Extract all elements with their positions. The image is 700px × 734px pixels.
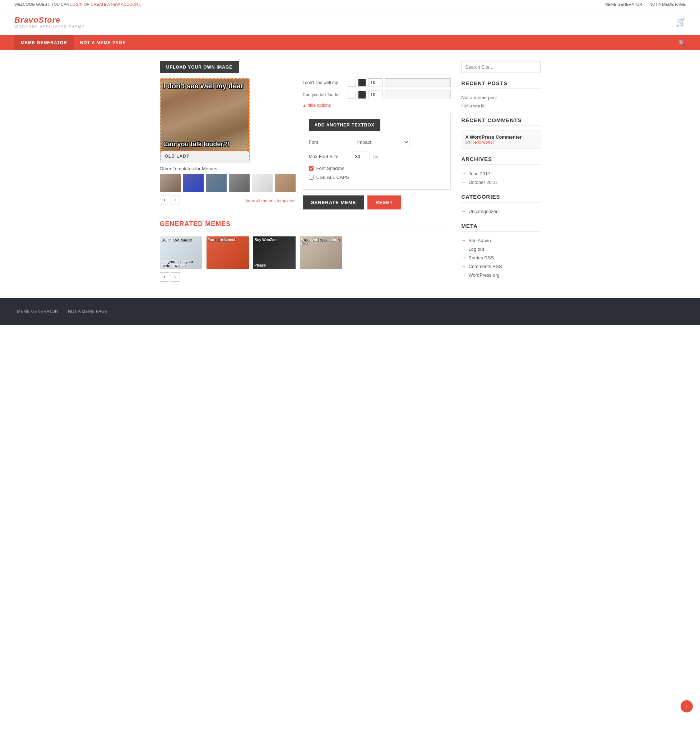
arrow-right-icon-8: → (462, 272, 466, 278)
generated-item-4[interactable]: When you open a long tick (300, 237, 342, 269)
template-prev-btn[interactable]: ‹ (160, 195, 169, 204)
recent-posts-title: RECENT POSTS (462, 80, 541, 89)
template-thumb-1[interactable] (160, 174, 181, 192)
add-textbox-btn[interactable]: ADD ANOTHER TEXTBOX (309, 119, 380, 131)
recent-post-2-link[interactable]: Hello world! (462, 103, 486, 109)
nav-item-meme-generator[interactable]: MEME GENERATOR (15, 35, 74, 50)
template-thumb-5[interactable] (252, 174, 273, 192)
meta-comments-rss-link[interactable]: Comments RSS (469, 264, 502, 269)
font-select[interactable]: Impact Arial Times New Roman (352, 137, 409, 147)
text-box-1[interactable] (385, 78, 451, 87)
color-swatch-white-2[interactable] (348, 91, 356, 99)
meta-wordpress-org: → WordPress.org (462, 271, 541, 279)
generated-next-btn[interactable]: › (171, 272, 180, 282)
template-thumb-4[interactable] (229, 174, 250, 192)
meta-log-out: → Log out (462, 245, 541, 253)
logo-bravo: Bravo (15, 15, 38, 24)
templates-thumbs (160, 174, 296, 192)
footer-meme-generator-link[interactable]: MEME GENERATOR (15, 309, 58, 314)
arrow-right-icon-6: → (462, 255, 466, 260)
register-link[interactable]: CREATE A NEW ACCOUNT. (91, 2, 141, 6)
comment-link[interactable]: Hello world! (471, 140, 494, 145)
action-btns: GENERATE MEME RESET (303, 196, 451, 209)
nav-link-meme-generator[interactable]: MEME GENERATOR (15, 35, 74, 50)
font-size-input[interactable] (352, 152, 370, 161)
use-all-caps-checkbox[interactable] (309, 175, 313, 179)
logo-text: BravoStore (15, 15, 85, 25)
template-thumb-3[interactable] (206, 174, 226, 192)
sidebar-search (462, 61, 541, 73)
footer-not-meme-link[interactable]: NOT A MEME PAGE (65, 309, 108, 314)
gen-item-4-top-text: When you open a long tick (301, 238, 342, 246)
meta-wordpress-org-link[interactable]: WordPress.org (469, 272, 500, 278)
site-header: BravoStore WOOZONE AFFILIATES THEME 🛒 (0, 9, 700, 35)
generated-item-3[interactable]: Buy WooZone Please (253, 237, 296, 269)
recent-posts-section: RECENT POSTS Not a meme post Hello world… (462, 80, 541, 110)
archives-section: ARCHIVES → June 2017 → October 2016 (462, 156, 541, 187)
template-nav-arrows: ‹ › (160, 195, 180, 204)
nav-search-icon[interactable]: 🔍 (678, 40, 685, 46)
gen-item-1-bottom-text: I'm gonna eat your brain mwahah (161, 259, 202, 267)
text-num-1[interactable] (368, 78, 382, 87)
topbar-meme-generator-link[interactable]: MEME GENERATOR (604, 2, 642, 6)
color-swatch-black-2[interactable] (358, 91, 366, 99)
generated-item-2[interactable]: Your site is next (206, 237, 249, 269)
search-input[interactable] (462, 61, 541, 73)
commenter-name: A WordPress Commenter (465, 134, 537, 140)
generated-title: GENERATED MEMES (160, 220, 451, 231)
archive-october-2016-link[interactable]: October 2016 (469, 179, 497, 185)
templates-section: Other Templates for Memes ‹ › (160, 166, 296, 207)
meta-entries-rss: → Entries RSS (462, 253, 541, 262)
nav-list: MEME GENERATOR NOT A MEME PAGE (15, 35, 132, 50)
generated-prev-btn[interactable]: ‹ (160, 272, 169, 282)
nav-item-not-meme[interactable]: NOT A MEME PAGE (74, 35, 132, 50)
generated-item-1[interactable]: Don't look James! I'm gonna eat your bra… (160, 237, 202, 269)
color-swatch-black-1[interactable] (358, 79, 366, 87)
top-bar-right: MEME GENERATOR NOT A MEME PAGE (604, 2, 685, 6)
text-num-2[interactable] (368, 91, 382, 99)
generate-meme-btn[interactable]: GENERATE MEME (303, 196, 364, 209)
top-bar: WELCOME GUEST, YOU CAN LOGIN OR CREATE A… (0, 0, 700, 9)
login-link[interactable]: LOGIN (71, 2, 82, 6)
generated-grid: Don't look James! I'm gonna eat your bra… (160, 237, 451, 269)
hide-options-link[interactable]: hide options (303, 103, 451, 108)
reset-btn[interactable]: RESET (368, 196, 400, 209)
logo-store: Store (38, 15, 60, 24)
comment-box: A WordPress Commenter on Hello world! (462, 130, 541, 149)
color-swatch-white-1[interactable] (348, 79, 356, 87)
template-thumb-6[interactable] (275, 174, 296, 192)
gen-item-3-top-text: Buy WooZone (254, 238, 279, 242)
templates-title: Other Templates for Memes (160, 166, 296, 171)
topbar-not-meme-link[interactable]: NOT A MEME PAGE (649, 2, 685, 6)
meta-log-out-link[interactable]: Log out (469, 246, 484, 252)
main-area: UPLOAD YOUR OWN IMAGE I don't s (160, 61, 451, 284)
site-logo: BravoStore WOOZONE AFFILIATES THEME (15, 15, 85, 29)
sidebar: RECENT POSTS Not a meme post Hello world… (462, 61, 541, 284)
meme-image-area: I don't see well my dear Can you talk lo… (160, 78, 250, 162)
meta-entries-rss-link[interactable]: Entries RSS (469, 255, 494, 260)
template-thumb-2[interactable] (183, 174, 204, 192)
archive-june-2017-link[interactable]: June 2017 (469, 171, 491, 177)
nav-link-not-meme[interactable]: NOT A MEME PAGE (74, 35, 132, 50)
text-row-2-label: Can you talk louder (303, 92, 346, 97)
upload-button[interactable]: UPLOAD YOUR OWN IMAGE (160, 61, 239, 73)
recent-post-1: Not a meme post (462, 93, 541, 101)
text-box-2[interactable] (385, 91, 451, 99)
view-all-templates-link[interactable]: View all memes templates (245, 198, 295, 203)
font-shadow-checkbox[interactable] (309, 166, 313, 171)
meta-site-admin-link[interactable]: Site Admin (469, 238, 491, 243)
meta-title: META (462, 223, 541, 232)
templates-footer: ‹ › View all memes templates (160, 195, 296, 207)
category-uncategorized-link[interactable]: Uncategorized (469, 209, 499, 214)
recent-comments-title: RECENT COMMENTS (462, 117, 541, 126)
main-nav: MEME GENERATOR NOT A MEME PAGE 🔍 (0, 35, 700, 50)
or-text: OR (84, 2, 90, 6)
use-all-caps-row: USE ALL CAPS (309, 175, 445, 180)
cart-icon[interactable]: 🛒 (676, 18, 685, 27)
template-next-btn[interactable]: › (171, 195, 180, 204)
meme-bottom-text: Can you talk louder?! (163, 140, 229, 148)
use-all-caps-label: USE ALL CAPS (316, 175, 349, 180)
recent-post-1-link[interactable]: Not a meme post (462, 95, 497, 100)
text-row-1-label: I don't see well my (303, 80, 346, 85)
recent-comments-section: RECENT COMMENTS A WordPress Commenter on… (462, 117, 541, 149)
